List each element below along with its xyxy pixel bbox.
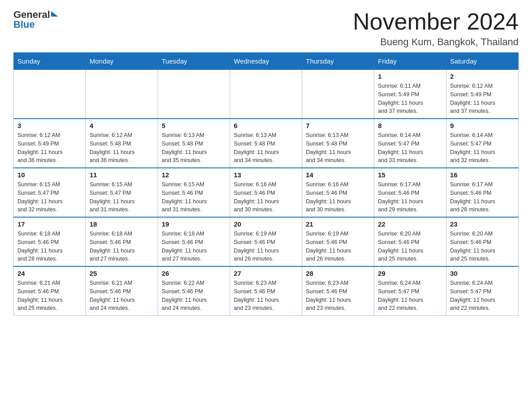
calendar-cell: 29Sunrise: 6:24 AMSunset: 5:47 PMDayligh… [374, 266, 446, 316]
calendar-cell [302, 70, 374, 119]
day-info: Sunrise: 6:15 AMSunset: 5:47 PMDaylight:… [90, 180, 154, 214]
calendar-cell: 9Sunrise: 6:14 AMSunset: 5:47 PMDaylight… [446, 119, 519, 168]
day-info: Sunrise: 6:13 AMSunset: 5:48 PMDaylight:… [162, 131, 226, 165]
calendar-cell [158, 70, 230, 119]
day-info: Sunrise: 6:19 AMSunset: 5:46 PMDaylight:… [234, 230, 298, 263]
day-info: Sunrise: 6:24 AMSunset: 5:47 PMDaylight:… [378, 279, 442, 313]
month-title: November 2024 [353, 9, 519, 34]
calendar-cell: 17Sunrise: 6:18 AMSunset: 5:46 PMDayligh… [14, 217, 86, 266]
day-info: Sunrise: 6:17 AMSunset: 5:46 PMDaylight:… [450, 180, 515, 214]
calendar-cell: 18Sunrise: 6:18 AMSunset: 5:46 PMDayligh… [86, 217, 158, 266]
weekday-header-row: SundayMondayTuesdayWednesdayThursdayFrid… [14, 53, 519, 70]
day-info: Sunrise: 6:18 AMSunset: 5:46 PMDaylight:… [162, 230, 226, 263]
calendar-cell: 24Sunrise: 6:21 AMSunset: 5:46 PMDayligh… [14, 266, 86, 316]
day-number: 7 [306, 122, 370, 129]
calendar-cell: 5Sunrise: 6:13 AMSunset: 5:48 PMDaylight… [158, 119, 230, 168]
day-number: 16 [450, 171, 515, 179]
day-number: 2 [450, 73, 515, 80]
day-number: 26 [162, 270, 226, 277]
calendar-cell [14, 70, 86, 119]
calendar-table: SundayMondayTuesdayWednesdayThursdayFrid… [13, 52, 519, 316]
day-info: Sunrise: 6:12 AMSunset: 5:48 PMDaylight:… [90, 131, 154, 165]
logo: General Blue [13, 9, 58, 30]
weekday-header-sunday: Sunday [14, 53, 86, 70]
title-area: November 2024 Bueng Kum, Bangkok, Thaila… [353, 9, 519, 48]
location-title: Bueng Kum, Bangkok, Thailand [353, 36, 519, 48]
calendar-cell: 21Sunrise: 6:19 AMSunset: 5:46 PMDayligh… [302, 217, 374, 266]
day-info: Sunrise: 6:24 AMSunset: 5:47 PMDaylight:… [450, 279, 515, 313]
day-info: Sunrise: 6:22 AMSunset: 5:46 PMDaylight:… [162, 279, 226, 313]
day-number: 20 [234, 220, 298, 228]
weekday-header-tuesday: Tuesday [158, 53, 230, 70]
weekday-header-thursday: Thursday [302, 53, 374, 70]
day-number: 8 [378, 122, 442, 129]
calendar-cell: 27Sunrise: 6:23 AMSunset: 5:46 PMDayligh… [230, 266, 302, 316]
day-number: 14 [306, 171, 370, 179]
logo-arrow-icon [51, 11, 58, 17]
calendar-cell: 23Sunrise: 6:20 AMSunset: 5:46 PMDayligh… [446, 217, 519, 266]
day-info: Sunrise: 6:15 AMSunset: 5:47 PMDaylight:… [17, 180, 82, 214]
logo-blue-text: Blue [13, 19, 58, 30]
day-info: Sunrise: 6:12 AMSunset: 5:49 PMDaylight:… [17, 131, 82, 165]
weekday-header-saturday: Saturday [446, 53, 519, 70]
day-number: 29 [378, 270, 442, 277]
calendar-cell: 13Sunrise: 6:16 AMSunset: 5:46 PMDayligh… [230, 168, 302, 217]
calendar-cell: 14Sunrise: 6:16 AMSunset: 5:46 PMDayligh… [302, 168, 374, 217]
day-number: 10 [17, 171, 82, 179]
day-number: 24 [17, 270, 82, 277]
day-number: 15 [378, 171, 442, 179]
day-number: 1 [378, 73, 442, 80]
calendar-cell: 8Sunrise: 6:14 AMSunset: 5:47 PMDaylight… [374, 119, 446, 168]
calendar-cell [86, 70, 158, 119]
day-info: Sunrise: 6:21 AMSunset: 5:46 PMDaylight:… [17, 279, 82, 313]
day-info: Sunrise: 6:15 AMSunset: 5:46 PMDaylight:… [162, 180, 226, 214]
day-info: Sunrise: 6:23 AMSunset: 5:46 PMDaylight:… [306, 279, 370, 313]
day-number: 25 [90, 270, 154, 277]
calendar-cell: 16Sunrise: 6:17 AMSunset: 5:46 PMDayligh… [446, 168, 519, 217]
calendar-cell [230, 70, 302, 119]
calendar-cell: 20Sunrise: 6:19 AMSunset: 5:46 PMDayligh… [230, 217, 302, 266]
day-info: Sunrise: 6:16 AMSunset: 5:46 PMDaylight:… [234, 180, 298, 214]
day-info: Sunrise: 6:12 AMSunset: 5:49 PMDaylight:… [450, 82, 515, 116]
day-number: 18 [90, 220, 154, 228]
day-number: 6 [234, 122, 298, 129]
day-number: 5 [162, 122, 226, 129]
day-number: 4 [90, 122, 154, 129]
day-number: 9 [450, 122, 515, 129]
day-info: Sunrise: 6:19 AMSunset: 5:46 PMDaylight:… [306, 230, 370, 263]
day-number: 12 [162, 171, 226, 179]
day-info: Sunrise: 6:17 AMSunset: 5:46 PMDaylight:… [378, 180, 442, 214]
calendar-cell: 28Sunrise: 6:23 AMSunset: 5:46 PMDayligh… [302, 266, 374, 316]
calendar-cell: 6Sunrise: 6:13 AMSunset: 5:48 PMDaylight… [230, 119, 302, 168]
calendar-week-row: 1Sunrise: 6:11 AMSunset: 5:49 PMDaylight… [14, 70, 519, 119]
day-number: 11 [90, 171, 154, 179]
weekday-header-monday: Monday [86, 53, 158, 70]
calendar-cell: 7Sunrise: 6:13 AMSunset: 5:48 PMDaylight… [302, 119, 374, 168]
weekday-header-friday: Friday [374, 53, 446, 70]
calendar-cell: 19Sunrise: 6:18 AMSunset: 5:46 PMDayligh… [158, 217, 230, 266]
day-info: Sunrise: 6:21 AMSunset: 5:46 PMDaylight:… [90, 279, 154, 313]
day-info: Sunrise: 6:20 AMSunset: 5:46 PMDaylight:… [450, 230, 515, 263]
calendar-week-row: 3Sunrise: 6:12 AMSunset: 5:49 PMDaylight… [14, 119, 519, 168]
calendar-week-row: 17Sunrise: 6:18 AMSunset: 5:46 PMDayligh… [14, 217, 519, 266]
calendar-body: 1Sunrise: 6:11 AMSunset: 5:49 PMDaylight… [14, 70, 519, 316]
calendar-cell: 15Sunrise: 6:17 AMSunset: 5:46 PMDayligh… [374, 168, 446, 217]
day-number: 22 [378, 220, 442, 228]
calendar-cell: 4Sunrise: 6:12 AMSunset: 5:48 PMDaylight… [86, 119, 158, 168]
day-number: 3 [17, 122, 82, 129]
calendar-cell: 26Sunrise: 6:22 AMSunset: 5:46 PMDayligh… [158, 266, 230, 316]
calendar-header: SundayMondayTuesdayWednesdayThursdayFrid… [14, 53, 519, 70]
day-info: Sunrise: 6:18 AMSunset: 5:46 PMDaylight:… [90, 230, 154, 263]
day-number: 30 [450, 270, 515, 277]
calendar-cell: 11Sunrise: 6:15 AMSunset: 5:47 PMDayligh… [86, 168, 158, 217]
calendar-cell: 30Sunrise: 6:24 AMSunset: 5:47 PMDayligh… [446, 266, 519, 316]
weekday-header-wednesday: Wednesday [230, 53, 302, 70]
day-number: 27 [234, 270, 298, 277]
day-info: Sunrise: 6:11 AMSunset: 5:49 PMDaylight:… [378, 82, 442, 116]
calendar-week-row: 10Sunrise: 6:15 AMSunset: 5:47 PMDayligh… [14, 168, 519, 217]
day-info: Sunrise: 6:13 AMSunset: 5:48 PMDaylight:… [306, 131, 370, 165]
day-number: 23 [450, 220, 515, 228]
page-header: General Blue November 2024 Bueng Kum, Ba… [13, 9, 519, 48]
day-number: 28 [306, 270, 370, 277]
calendar-cell: 2Sunrise: 6:12 AMSunset: 5:49 PMDaylight… [446, 70, 519, 119]
